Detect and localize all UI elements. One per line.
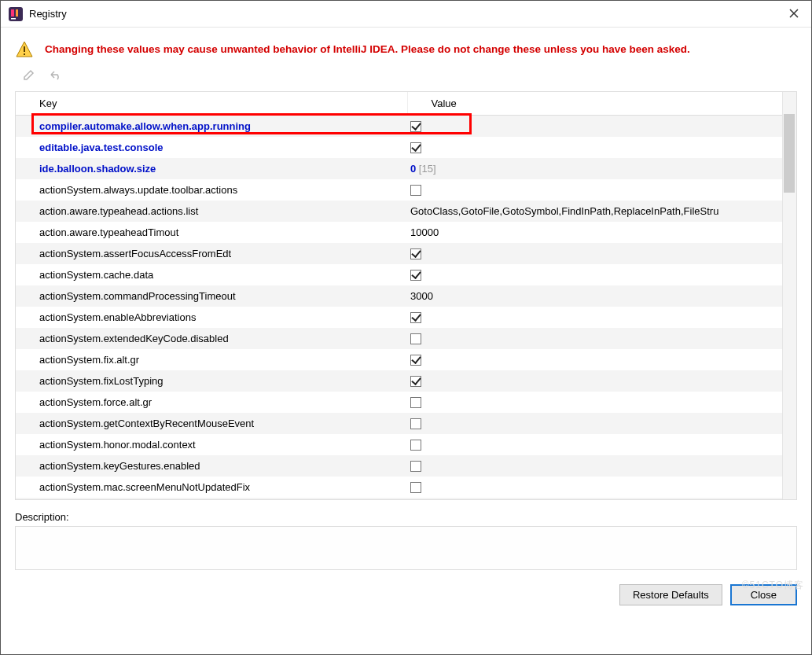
- key-text: compiler.automake.allow.when.app.running: [39, 120, 251, 132]
- registry-key: actionSystem.cache.data: [16, 264, 407, 285]
- registry-key: actionSystem.assertFocusAccessFromEdt: [16, 243, 407, 264]
- table-row[interactable]: actionSystem.honor.modal.context: [16, 434, 796, 455]
- table-row[interactable]: actionSystem.enableAbbreviations: [16, 307, 796, 328]
- key-text: actionSystem.force.alt.gr: [39, 396, 152, 408]
- svg-rect-1: [11, 9, 14, 17]
- checkbox[interactable]: [410, 121, 421, 132]
- column-header-value[interactable]: Value: [407, 92, 796, 116]
- registry-value[interactable]: [407, 179, 796, 201]
- key-text: actionSystem.extendedKeyCode.disabled: [39, 333, 229, 344]
- registry-value[interactable]: [407, 328, 796, 349]
- description-box[interactable]: [15, 526, 797, 570]
- checkbox[interactable]: [410, 482, 421, 493]
- key-text: action.aware.typeahead.actions.list: [39, 205, 198, 217]
- checkbox[interactable]: [410, 185, 421, 196]
- scrollbar-thumb[interactable]: [784, 114, 795, 193]
- close-icon[interactable]: [784, 4, 803, 24]
- key-text: actionSystem.commandProcessingTimeout: [39, 290, 236, 302]
- registry-value[interactable]: 0 [15]: [407, 158, 796, 179]
- key-text: actionSystem.cache.data: [39, 269, 153, 281]
- table-row[interactable]: action.aware.typeahead.actions.listGotoC…: [16, 201, 796, 222]
- checkbox[interactable]: [410, 461, 421, 472]
- table-row[interactable]: actionSystem.commandProcessingTimeout300…: [16, 285, 796, 307]
- registry-key: actionSystem.mac.screenMenuNotUpdatedFix: [16, 477, 407, 498]
- registry-value[interactable]: [407, 413, 796, 434]
- registry-value[interactable]: [407, 349, 796, 370]
- table-row[interactable]: actionSystem.fixLostTyping: [16, 370, 796, 392]
- checkbox[interactable]: [410, 355, 421, 366]
- registry-key: actionSystem.enableAbbreviations: [16, 307, 407, 328]
- registry-value[interactable]: [407, 116, 796, 137]
- checkbox[interactable]: [410, 397, 421, 408]
- registry-value[interactable]: GotoClass,GotoFile,GotoSymbol,FindInPath…: [407, 201, 796, 222]
- svg-rect-4: [24, 46, 25, 52]
- checkbox[interactable]: [410, 248, 421, 259]
- svg-rect-2: [16, 9, 18, 17]
- app-icon: [9, 7, 23, 21]
- checkbox[interactable]: [410, 142, 421, 153]
- registry-key: editable.java.test.console: [16, 137, 407, 158]
- registry-value[interactable]: [407, 455, 796, 477]
- checkbox[interactable]: [410, 376, 421, 387]
- registry-value[interactable]: [407, 392, 796, 413]
- key-text: actionSystem.always.update.toolbar.actio…: [39, 184, 237, 196]
- registry-value[interactable]: [407, 477, 796, 498]
- registry-value[interactable]: [407, 307, 796, 328]
- table-row[interactable]: actionSystem.assertFocusAccessFromEdt: [16, 243, 796, 264]
- table-row[interactable]: actionSystem.keyGestures.enabled: [16, 455, 796, 477]
- table-row[interactable]: ide.balloon.shadow.size0 [15]: [16, 158, 796, 179]
- registry-value[interactable]: 10000: [407, 222, 796, 243]
- dialog-footer: Restore Defaults Close: [1, 570, 811, 620]
- registry-value[interactable]: 3000: [407, 285, 796, 307]
- registry-value[interactable]: [407, 370, 796, 392]
- table-row[interactable]: actionSystem.getContextByRecentMouseEven…: [16, 413, 796, 434]
- registry-value[interactable]: [407, 137, 796, 158]
- undo-icon[interactable]: [48, 68, 62, 83]
- column-header-key[interactable]: Key: [16, 92, 407, 116]
- value-text: 10000: [410, 226, 439, 238]
- registry-key: actionSystem.extendedKeyCode.disabled: [16, 328, 407, 349]
- checkbox[interactable]: [410, 333, 421, 344]
- table-row[interactable]: actionSystem.cache.data: [16, 264, 796, 285]
- close-button[interactable]: Close: [730, 584, 797, 605]
- registry-key: action.aware.typeahead.actions.list: [16, 201, 407, 222]
- registry-key: action.aware.typeaheadTimout: [16, 222, 407, 243]
- warning-icon: [15, 40, 34, 59]
- checkbox[interactable]: [410, 418, 421, 429]
- registry-key: actionSystem.keyGestures.enabled: [16, 455, 407, 477]
- registry-key: actionSystem.fix.alt.gr: [16, 349, 407, 370]
- registry-key: actionSystem.commandProcessingTimeout: [16, 285, 407, 307]
- registry-key: actionSystem.getContextByRecentMouseEven…: [16, 413, 407, 434]
- table-row[interactable]: actionSystem.force.alt.gr: [16, 392, 796, 413]
- registry-key: ide.balloon.shadow.size: [16, 158, 407, 179]
- key-text: actionSystem.mac.screenMenuNotUpdatedFix: [39, 481, 250, 493]
- table-row[interactable]: compiler.automake.allow.when.app.running: [16, 116, 796, 137]
- scrollbar[interactable]: [782, 92, 796, 499]
- table-row[interactable]: actionSystem.extendedKeyCode.disabled: [16, 328, 796, 349]
- svg-rect-3: [11, 18, 16, 20]
- registry-key: compiler.automake.allow.when.app.running: [16, 116, 407, 137]
- table-row[interactable]: actionSystem.mouseGesturesEnabled: [16, 498, 796, 501]
- table-row[interactable]: editable.java.test.console: [16, 137, 796, 158]
- checkbox[interactable]: [410, 270, 421, 281]
- registry-value[interactable]: [407, 264, 796, 285]
- edit-icon[interactable]: [23, 68, 35, 83]
- checkbox[interactable]: [410, 440, 421, 451]
- key-text: actionSystem.honor.modal.context: [39, 439, 196, 451]
- key-text: actionSystem.fix.alt.gr: [39, 354, 139, 366]
- key-text: action.aware.typeaheadTimout: [39, 226, 178, 238]
- window-title: Registry: [29, 8, 784, 20]
- key-text: actionSystem.getContextByRecentMouseEven…: [39, 418, 254, 429]
- value-hint: [15]: [416, 163, 435, 175]
- table-row[interactable]: action.aware.typeaheadTimout10000: [16, 222, 796, 243]
- registry-key: actionSystem.honor.modal.context: [16, 434, 407, 455]
- table-row[interactable]: actionSystem.fix.alt.gr: [16, 349, 796, 370]
- checkbox[interactable]: [410, 312, 421, 323]
- registry-value[interactable]: [407, 434, 796, 455]
- registry-value[interactable]: [407, 243, 796, 264]
- key-text: actionSystem.enableAbbreviations: [39, 311, 196, 323]
- restore-defaults-button[interactable]: Restore Defaults: [619, 584, 722, 605]
- registry-value[interactable]: [407, 498, 796, 501]
- table-row[interactable]: actionSystem.always.update.toolbar.actio…: [16, 179, 796, 201]
- table-row[interactable]: actionSystem.mac.screenMenuNotUpdatedFix: [16, 477, 796, 498]
